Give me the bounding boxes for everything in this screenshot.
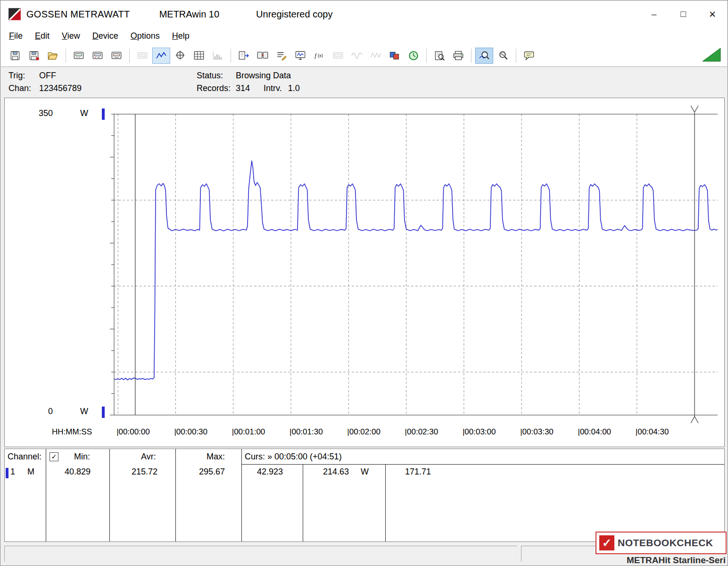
records-label: Records:: [197, 83, 233, 93]
colors-button[interactable]: [386, 48, 404, 64]
close-button[interactable]: ✕: [698, 1, 727, 27]
hint-button[interactable]: [520, 48, 538, 64]
monitor-icon: [294, 50, 306, 61]
x-tick-label: |00:03:00: [463, 427, 496, 437]
channel-number: 1: [10, 467, 15, 477]
gossen-metrawatt-logo-icon: [8, 7, 22, 21]
y-unit-top-label: W: [80, 108, 88, 118]
channel-flag: M: [27, 467, 34, 477]
channel-column-header: Channel:: [8, 452, 41, 462]
meter-config-1-button[interactable]: [70, 48, 88, 64]
cursor-readout-header: Curs: » 00:05:00 (+04:51): [245, 452, 342, 462]
status-value: Browsing Data: [236, 71, 291, 80]
x-tick-label: |00:03:30: [520, 427, 554, 437]
linechart-icon: [155, 50, 167, 61]
cursor1-value: 42.923: [257, 467, 283, 477]
chan-label: Chan:: [8, 83, 37, 93]
cursor2-unit: W: [361, 467, 369, 477]
print-button[interactable]: [449, 48, 467, 64]
device-transfer-button[interactable]: [254, 48, 272, 64]
status-label: Status:: [197, 71, 233, 81]
table-divider: [303, 464, 303, 541]
status-panel: Trig: OFF Chan: 123456789 Status: Browsi…: [1, 67, 727, 98]
delta-value: 171.71: [405, 467, 431, 477]
table-view-button[interactable]: [190, 48, 208, 64]
trig-label: Trig:: [8, 71, 37, 81]
xy-crosshair-view-button[interactable]: [171, 48, 189, 64]
monitor-display-button[interactable]: [291, 48, 309, 64]
chart-area[interactable]: 350 W 0 W HH:MM:SS |00:00:00|00:00:30|00…: [4, 98, 725, 447]
print-preview-button[interactable]: [430, 48, 448, 64]
panel-meter-button: [329, 48, 347, 64]
wave2-icon: [370, 50, 382, 61]
menu-device[interactable]: Device: [86, 29, 124, 43]
meter-icon: [73, 50, 85, 61]
max-value: 295.67: [199, 467, 225, 477]
zoomin-icon: [478, 50, 490, 61]
min-column-header: Min:: [74, 452, 90, 462]
menu-view[interactable]: View: [56, 29, 86, 43]
disk-icon: [9, 50, 21, 61]
notebookcheck-check-icon: ✓: [599, 535, 614, 550]
y-min-label: 0: [24, 407, 53, 416]
x-axis-labels: HH:MM:SS |00:00:00|00:00:30|00:01:00|00:…: [5, 427, 724, 441]
export-icon: [238, 50, 250, 61]
waveform-b-button: [367, 48, 385, 64]
open-file-button[interactable]: [44, 48, 62, 64]
toolbar-separator: [516, 49, 516, 63]
avr-column-header: Avr:: [141, 452, 156, 462]
cursor-2-bottom-handle-icon[interactable]: [691, 416, 698, 423]
menu-options[interactable]: Options: [124, 29, 166, 43]
histogram-icon: [212, 50, 224, 61]
meter-config-2-button[interactable]: [89, 48, 107, 64]
minimize-button[interactable]: –: [639, 1, 669, 27]
channel-scale-marker-top: [102, 108, 105, 120]
clock-icon: [407, 50, 420, 61]
zoom-curve-button[interactable]: [475, 48, 493, 64]
zoom-mode-button[interactable]: [494, 48, 512, 64]
power-chart[interactable]: [5, 98, 724, 447]
sequence-edit-button[interactable]: [273, 48, 290, 64]
formula-fx-button[interactable]: f(x): [310, 48, 328, 64]
y-unit-bottom-label: W: [80, 407, 88, 416]
maximize-button[interactable]: □: [669, 1, 698, 27]
toolbar-separator: [129, 49, 130, 63]
x-tick-label: |00:00:30: [174, 427, 207, 437]
save-button[interactable]: [6, 48, 24, 64]
crosshair-icon: [174, 50, 186, 61]
printer-icon: [452, 50, 464, 61]
zoomout-icon: [497, 50, 509, 61]
preview-icon: [433, 50, 446, 61]
expand-triangle-icon[interactable]: [702, 48, 721, 62]
export-data-button[interactable]: [235, 48, 253, 64]
values-table: Channel: ✓ Min: Avr: Max: Curs: » 00:05:…: [4, 449, 725, 542]
chan-value: 123456789: [39, 83, 82, 93]
brand-title: GOSSEN METRAWATT: [26, 9, 130, 20]
y-max-label: 350: [24, 108, 53, 118]
grid-icon: [193, 50, 205, 61]
interval-label: Intrv.: [264, 83, 282, 93]
fx-icon: f(x): [313, 50, 325, 61]
cursor-2-top-handle-icon[interactable]: [691, 106, 698, 112]
menu-help[interactable]: Help: [166, 29, 196, 43]
watermark-caption: METRAHit Starline-Seri: [585, 555, 726, 566]
save-as-button[interactable]: [25, 48, 43, 64]
svg-text:f: f: [314, 51, 317, 58]
histogram-view-button: [209, 48, 227, 64]
meter-config-3-button[interactable]: [108, 48, 125, 64]
interval-value: 1.0: [288, 83, 300, 93]
x-axis-name: HH:MM:SS: [52, 427, 92, 437]
x-tick-label: |00:01:00: [232, 427, 265, 437]
trig-value: OFF: [39, 71, 56, 80]
table-divider: [175, 449, 176, 541]
channel-visible-checkbox[interactable]: ✓: [50, 452, 58, 461]
svg-text:(x): (x): [318, 53, 323, 58]
license-label: Unregistered copy: [256, 9, 332, 20]
line-chart-view-button[interactable]: [152, 48, 170, 64]
avr-value: 215.72: [132, 467, 157, 477]
menu-edit[interactable]: Edit: [29, 29, 56, 43]
toolbar-separator: [231, 49, 231, 63]
meter2-icon: [91, 50, 104, 61]
timer-button[interactable]: [405, 48, 422, 64]
menu-file[interactable]: File: [3, 29, 29, 43]
